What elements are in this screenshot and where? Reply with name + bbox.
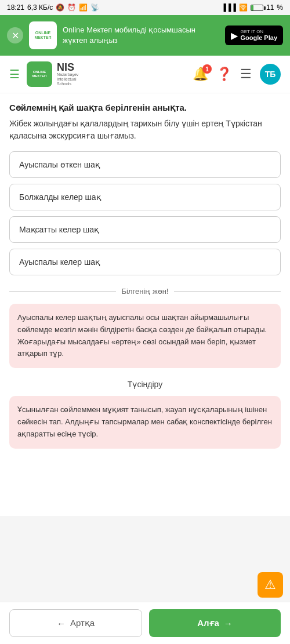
banner-logo: ONLINE МЕКТЕП: [29, 21, 57, 49]
did-you-know-label: Білгенің жөн!: [122, 287, 169, 296]
back-arrow-icon: ←: [57, 618, 66, 628]
bottom-spacer: [9, 460, 281, 507]
google-play-text: GET IT ON Google Play: [240, 29, 277, 42]
forward-arrow-icon: →: [224, 618, 233, 628]
google-play-icon: ▶: [231, 30, 238, 41]
notification-bell[interactable]: 🔔 1: [193, 67, 208, 82]
status-bar: 18:21 6,3 КБ/с 🔕 ⏰ 📶 📡 ▐▐▐ 🛜 11%: [0, 0, 290, 15]
nav-icons: 🔔 1 ❓ ☰ ТБ: [193, 64, 281, 85]
answer-option-2[interactable]: Болжалды келер шақ: [9, 184, 281, 210]
battery-icon: [251, 5, 263, 11]
banner-text: Online Мектеп мобильді қосымшасын жүктеп…: [63, 25, 219, 46]
answer-option-4[interactable]: Ауыспалы келер шақ: [9, 249, 281, 275]
explanation-title: Түсіндіру: [9, 380, 281, 389]
data-icon: 📡: [90, 3, 99, 12]
help-icon[interactable]: ❓: [216, 67, 232, 82]
back-label: Артқа: [70, 618, 95, 628]
forward-label: Алға: [197, 618, 219, 628]
battery-fill: [251, 5, 253, 10]
battery-percent: 11: [266, 3, 274, 12]
divider-line-left: [9, 291, 116, 292]
wifi-icon2: 📶: [79, 3, 88, 12]
wifi-icon: 🛜: [239, 3, 248, 12]
signal-icon: ▐▐▐: [221, 3, 236, 12]
nav-bar: ☰ ONLINE МЕКТЕП NIS Nazarbayev Intellect…: [0, 56, 290, 93]
user-avatar[interactable]: ТБ: [260, 64, 281, 85]
back-button[interactable]: ← Артқа: [9, 609, 142, 637]
online-mektep-logo: ONLINE МЕКТЕП: [27, 61, 52, 87]
answer-option-3[interactable]: Мақсатты келер шақ: [9, 216, 281, 243]
list-icon[interactable]: ☰: [240, 67, 252, 82]
question-title: Сөйлемнің қай шақта берілгенін анықта.: [9, 103, 281, 113]
nav-logos: ONLINE МЕКТЕП NIS Nazarbayev Intellectua…: [27, 61, 186, 87]
status-right: ▐▐▐ 🛜 11%: [221, 3, 283, 12]
explanation-box: Ұсынылған сөйлеммен мұқият танысып, жауа…: [9, 396, 281, 448]
nav-buttons: ← Артқа Алға →: [0, 602, 290, 644]
main-content: Сөйлемнің қай шақта берілгенін анықта. Ж…: [0, 93, 290, 516]
forward-button[interactable]: Алға →: [149, 609, 281, 637]
did-you-know-box: Ауыспалы келер шақтың ауыспалы осы шақта…: [9, 304, 281, 368]
answer-option-1[interactable]: Ауыспалы өткен шақ: [9, 151, 281, 178]
google-play-button[interactable]: ▶ GET IT ON Google Play: [225, 26, 283, 46]
alarm-icon: ⏰: [67, 3, 76, 12]
menu-icon[interactable]: ☰: [9, 67, 20, 81]
question-text: Жібек жолындағы қалалардың тарихын білу …: [9, 118, 281, 142]
mute-icon: 🔕: [56, 3, 64, 12]
notification-badge: 1: [202, 64, 212, 74]
status-time: 18:21: [7, 3, 24, 12]
app-banner: ✕ ONLINE МЕКТЕП Online Мектеп мобильді қ…: [0, 15, 290, 56]
status-left: 18:21 6,3 КБ/с 🔕 ⏰ 📶 📡: [7, 3, 99, 12]
did-you-know-divider: Білгенің жөн!: [9, 287, 281, 296]
banner-close-button[interactable]: ✕: [7, 27, 23, 43]
status-data: 6,3 КБ/с: [27, 3, 53, 12]
nis-logo: NIS Nazarbayev Intellectual Schools: [57, 62, 78, 86]
divider-line-right: [174, 291, 281, 292]
warning-fab[interactable]: ⚠: [258, 572, 283, 598]
